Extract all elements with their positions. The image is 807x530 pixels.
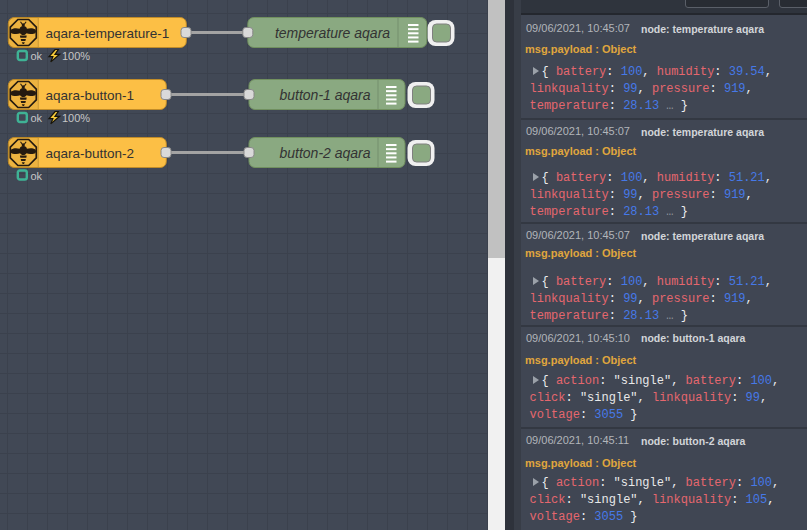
- svg-text:temperature aqara: temperature aqara: [275, 25, 390, 41]
- svg-text:100%: 100%: [62, 50, 90, 62]
- svg-text:ok: ok: [31, 50, 43, 62]
- svg-text:aqara-button-1: aqara-button-1: [46, 88, 135, 103]
- svg-text:button-1 aqara: button-1 aqara: [279, 87, 370, 103]
- svg-text:ok: ok: [31, 170, 43, 182]
- svg-text:aqara-button-2: aqara-button-2: [46, 146, 135, 161]
- svg-text:aqara-temperature-1: aqara-temperature-1: [46, 26, 170, 41]
- svg-text:button-2 aqara: button-2 aqara: [279, 145, 370, 161]
- svg-text:100%: 100%: [62, 112, 90, 124]
- svg-text:ok: ok: [31, 112, 43, 124]
